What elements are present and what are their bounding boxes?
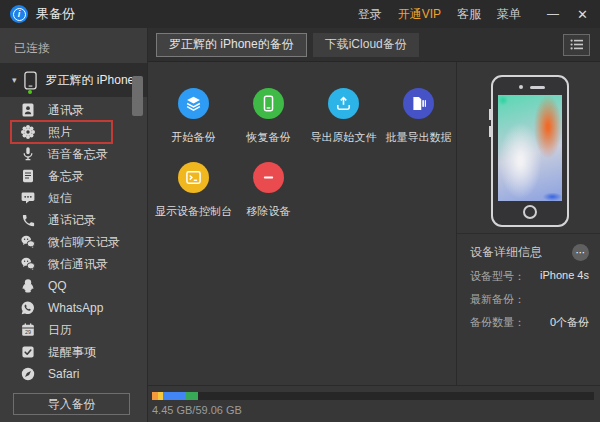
main-area: 罗正辉的 iPhone的备份 下载iCloud备份 开始备份 恢复备份 bbox=[147, 28, 600, 422]
batch-export-icon bbox=[403, 88, 434, 119]
backup-tab-bar: 罗正辉的 iPhone的备份 下载iCloud备份 bbox=[148, 28, 600, 62]
sidebar-item-label: 语音备忘录 bbox=[48, 146, 108, 163]
start-backup-button[interactable]: 开始备份 bbox=[172, 88, 216, 162]
window-body: 已连接 ▾ 罗正辉的 iPhone 通讯录 照片 bbox=[0, 28, 600, 422]
sidebar-item-voice-memos[interactable]: 语音备忘录 bbox=[0, 143, 147, 165]
sidebar-scrollbar[interactable] bbox=[132, 76, 143, 116]
more-options-icon[interactable]: ⋯ bbox=[572, 244, 589, 261]
device-phone-icon bbox=[24, 71, 37, 90]
device-row[interactable]: ▾ 罗正辉的 iPhone bbox=[0, 63, 147, 97]
contacts-icon bbox=[20, 102, 36, 118]
device-name: 罗正辉的 iPhone bbox=[46, 72, 135, 89]
list-view-icon bbox=[570, 39, 584, 50]
safari-icon bbox=[20, 366, 36, 382]
restore-backup-button[interactable]: 恢复备份 bbox=[247, 88, 291, 162]
batch-export-data-button[interactable]: 批量导出数据 bbox=[386, 88, 452, 162]
reminders-icon bbox=[20, 344, 36, 360]
export-tray-icon bbox=[328, 88, 359, 119]
qq-icon bbox=[20, 278, 36, 294]
notes-icon bbox=[20, 168, 36, 184]
sidebar-item-reminders[interactable]: 提醒事项 bbox=[0, 341, 147, 363]
import-backup-button[interactable]: 导入备份 bbox=[13, 393, 130, 415]
whatsapp-icon bbox=[20, 300, 36, 316]
sidebar-item-label: 微信通讯录 bbox=[48, 256, 108, 273]
storage-usage-bar bbox=[152, 392, 594, 400]
storage-segment bbox=[163, 392, 186, 400]
sidebar-item-notes[interactable]: 备忘录 bbox=[0, 165, 147, 187]
sidebar-item-label: 通讯录 bbox=[48, 102, 84, 119]
sidebar-item-safari[interactable]: Safari bbox=[0, 363, 147, 385]
title-bar: i 果备份 登录 开通VIP 客服 菜单 — ✕ bbox=[0, 0, 600, 28]
sidebar-item-sms[interactable]: 短信 bbox=[0, 187, 147, 209]
storage-segment bbox=[186, 392, 198, 400]
phone-illustration-area bbox=[457, 62, 600, 233]
remove-device-button[interactable]: 移除设备 bbox=[247, 162, 291, 236]
sidebar-item-photos[interactable]: 照片 bbox=[0, 121, 147, 143]
sidebar-item-label: 日历 bbox=[48, 322, 72, 339]
tab-icloud-backup[interactable]: 下载iCloud备份 bbox=[313, 33, 419, 57]
tab-device-backup[interactable]: 罗正辉的 iPhone的备份 bbox=[156, 33, 307, 57]
sidebar-item-call-history[interactable]: 通话记录 bbox=[0, 209, 147, 231]
show-device-console-button[interactable]: 显示设备控制台 bbox=[155, 162, 232, 236]
main-content: 开始备份 恢复备份 导出原始文件 批量导出数据 bbox=[148, 62, 600, 385]
app-logo-icon: i bbox=[10, 5, 28, 23]
sidebar-item-wechat-contacts[interactable]: 微信通讯录 bbox=[0, 253, 147, 275]
sidebar-item-label: WhatsApp bbox=[48, 301, 103, 315]
sms-icon bbox=[20, 190, 36, 206]
vip-button[interactable]: 开通VIP bbox=[398, 6, 441, 23]
phone-side-buttons bbox=[489, 109, 491, 120]
sidebar-item-label: QQ bbox=[48, 279, 67, 293]
device-online-dot bbox=[28, 90, 32, 94]
console-icon bbox=[178, 162, 209, 193]
phone-home-button bbox=[523, 205, 537, 219]
svg-text:29: 29 bbox=[25, 329, 31, 335]
login-button[interactable]: 登录 bbox=[358, 6, 382, 23]
phone-camera-dot bbox=[519, 85, 523, 89]
phone-speaker bbox=[530, 86, 545, 89]
sidebar-item-label: 通话记录 bbox=[48, 212, 96, 229]
sidebar-item-contacts[interactable]: 通讯录 bbox=[0, 99, 147, 121]
app-title: 果备份 bbox=[36, 5, 75, 23]
sidebar-item-label: 照片 bbox=[48, 124, 72, 141]
sidebar: 已连接 ▾ 罗正辉的 iPhone 通讯录 照片 bbox=[0, 28, 147, 422]
menu-button[interactable]: 菜单 bbox=[497, 6, 521, 23]
sidebar-item-label: 提醒事项 bbox=[48, 344, 96, 361]
latest-backup-row: 最新备份： bbox=[470, 292, 589, 307]
sidebar-item-wechat-chats[interactable]: 微信聊天记录 bbox=[0, 231, 147, 253]
minus-icon bbox=[253, 162, 284, 193]
voice-memo-icon bbox=[20, 146, 36, 162]
minimize-button[interactable]: — bbox=[547, 7, 559, 21]
support-button[interactable]: 客服 bbox=[457, 6, 481, 23]
actions-grid: 开始备份 恢复备份 导出原始文件 批量导出数据 bbox=[148, 62, 456, 385]
call-log-icon bbox=[20, 212, 36, 228]
calendar-icon: 29 bbox=[20, 322, 36, 338]
wechat-contacts-icon bbox=[20, 256, 36, 272]
sidebar-item-whatsapp[interactable]: WhatsApp bbox=[0, 297, 147, 319]
sidebar-item-label: 备忘录 bbox=[48, 168, 84, 185]
phone-wallpaper bbox=[498, 95, 562, 201]
phone-restore-icon bbox=[253, 88, 284, 119]
device-model-row: 设备型号： iPhone 4s bbox=[470, 269, 589, 284]
connected-label: 已连接 bbox=[0, 28, 147, 63]
app-window: i 果备份 登录 开通VIP 客服 菜单 — ✕ 已连接 ▾ 罗正辉的 iPho… bbox=[0, 0, 600, 422]
sidebar-item-label: Safari bbox=[48, 367, 79, 381]
sidebar-item-label: 短信 bbox=[48, 190, 72, 207]
close-button[interactable]: ✕ bbox=[577, 7, 588, 22]
expand-arrow-icon[interactable]: ▾ bbox=[12, 75, 17, 85]
backup-count-row: 备份数量： 0个备份 bbox=[470, 315, 589, 330]
storage-footer: 4.45 GB/59.06 GB bbox=[148, 385, 600, 422]
device-details-title: 设备详细信息 bbox=[470, 244, 542, 261]
layers-icon bbox=[178, 88, 209, 119]
export-original-files-button[interactable]: 导出原始文件 bbox=[311, 88, 377, 162]
device-details-section: 设备详细信息 ⋯ 设备型号： iPhone 4s 最新备份： 备份数量： bbox=[457, 233, 600, 330]
iphone-illustration bbox=[491, 75, 569, 227]
wechat-chat-icon bbox=[20, 234, 36, 250]
photos-icon bbox=[20, 124, 36, 140]
device-panel: 设备详细信息 ⋯ 设备型号： iPhone 4s 最新备份： 备份数量： bbox=[456, 62, 600, 385]
sidebar-item-calendar[interactable]: 29 日历 bbox=[0, 319, 147, 341]
sidebar-item-label: 微信聊天记录 bbox=[48, 234, 120, 251]
storage-usage-text: 4.45 GB/59.06 GB bbox=[152, 404, 594, 416]
sidebar-item-qq[interactable]: QQ bbox=[0, 275, 147, 297]
backup-list-button[interactable] bbox=[563, 34, 590, 56]
sidebar-nav: 通讯录 照片 语音备忘录 备忘录 短信 bbox=[0, 99, 147, 385]
